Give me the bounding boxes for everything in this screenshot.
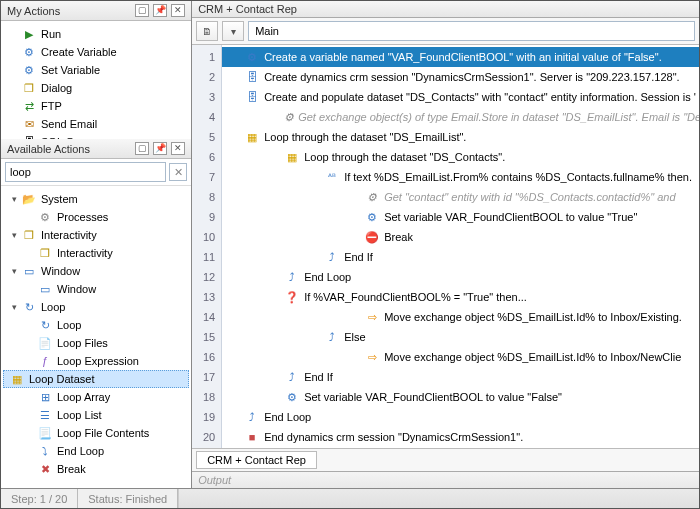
code-text: Loop through the dataset "DS_Contacts". (304, 147, 505, 167)
tree-item[interactable]: End Loop (3, 442, 189, 460)
line-number: 12 (192, 267, 221, 287)
code-text: Create dynamics crm session "DynamicsCrm… (264, 67, 679, 87)
dropdown-icon[interactable]: ▾ (222, 21, 244, 41)
bottom-tabs: CRM + Contact Rep (192, 448, 699, 471)
code-body[interactable]: Create a variable named "VAR_FoundClient… (222, 45, 699, 448)
my-action-item[interactable]: Create Variable (3, 43, 189, 61)
code-line[interactable]: Create and populate dataset "DS_Contacts… (222, 87, 699, 107)
my-action-item[interactable]: Set Variable (3, 61, 189, 79)
code-text: Set variable VAR_FoundClientBOOL to valu… (304, 387, 562, 407)
tree-group[interactable]: Window (3, 262, 189, 280)
code-line[interactable]: End Loop (222, 267, 699, 287)
my-action-item[interactable]: Dialog (3, 79, 189, 97)
ico-sys-icon (21, 191, 37, 207)
line-number: 14 (192, 307, 221, 327)
twisty-icon[interactable] (9, 266, 19, 276)
tree-group[interactable]: System (3, 190, 189, 208)
ico-proc-icon (37, 209, 53, 225)
ico-run-icon (21, 26, 37, 42)
tree-item[interactable]: Window (3, 280, 189, 298)
output-panel-header[interactable]: Output (192, 471, 699, 488)
code-line[interactable]: Create dynamics crm session "DynamicsCrm… (222, 67, 699, 87)
ico-window-icon (21, 263, 37, 279)
tree-group[interactable]: Interactivity (3, 226, 189, 244)
line-number: 15 (192, 327, 221, 347)
my-actions-header: My Actions ▢ 📌 ✕ (1, 1, 191, 21)
ico-db-icon (244, 89, 260, 105)
clear-search-icon[interactable]: ✕ (169, 163, 187, 181)
panel-dock-icon[interactable]: ▢ (135, 142, 149, 155)
code-line[interactable]: End If (222, 247, 699, 267)
ico-gear-icon (364, 189, 380, 205)
ico-inter-icon (21, 227, 37, 243)
code-line[interactable]: Create a variable named "VAR_FoundClient… (222, 47, 699, 67)
panel-close-icon[interactable]: ✕ (171, 142, 185, 155)
doc-icon[interactable]: 🗎 (196, 21, 218, 41)
search-row: ✕ (1, 159, 191, 186)
code-line[interactable]: Set variable VAR_FoundClientBOOL to valu… (222, 207, 699, 227)
line-number: 3 (192, 87, 221, 107)
tree-item[interactable]: Loop Expression (3, 352, 189, 370)
code-line[interactable]: Move exchange object %DS_EmailList.Id% t… (222, 307, 699, 327)
ico-end-icon (324, 329, 340, 345)
ico-end-icon (244, 409, 260, 425)
panel-dock-icon[interactable]: ▢ (135, 4, 149, 17)
ico-move-icon (364, 349, 380, 365)
code-line[interactable]: Get "contact" entity with id "%DS_Contac… (222, 187, 699, 207)
available-actions-body: SystemProcessesInteractivityInteractivit… (1, 186, 191, 488)
tree-item[interactable]: Break (3, 460, 189, 478)
code-line[interactable]: Break (222, 227, 699, 247)
code-line[interactable]: End dynamics crm session "DynamicsCrmSes… (222, 427, 699, 447)
tree-item[interactable]: Interactivity (3, 244, 189, 262)
code-text: End dynamics crm session "DynamicsCrmSes… (264, 427, 523, 447)
code-line[interactable]: End If (222, 367, 699, 387)
ico-break-icon (37, 461, 53, 477)
my-actions-body: RunCreate VariableSet VariableDialogFTPS… (1, 21, 191, 139)
tree-group[interactable]: Loop (3, 298, 189, 316)
line-number: 16 (192, 347, 221, 367)
code-text: End If (304, 367, 333, 387)
my-action-item[interactable]: Send Email (3, 115, 189, 133)
code-line[interactable]: Move exchange object %DS_EmailList.Id% t… (222, 347, 699, 367)
code-line[interactable]: If text %DS_EmailList.From% contains %DS… (222, 167, 699, 187)
code-line[interactable]: Loop through the dataset "DS_Contacts". (222, 147, 699, 167)
my-action-item[interactable]: Run (3, 25, 189, 43)
code-line[interactable]: End Loop (222, 407, 699, 427)
panel-pin-icon[interactable]: 📌 (153, 4, 167, 17)
available-actions-header: Available Actions ▢ 📌 ✕ (1, 139, 191, 159)
ico-abc-icon (324, 169, 340, 185)
tree-item[interactable]: Loop File Contents (3, 424, 189, 442)
tree-item[interactable]: Loop (3, 316, 189, 334)
code-line[interactable]: If %VAR_FoundClientBOOL% = "True" then..… (222, 287, 699, 307)
tree-item[interactable]: Loop Files (3, 334, 189, 352)
ico-loop-icon (21, 299, 37, 315)
twisty-icon[interactable] (9, 230, 19, 240)
line-number: 13 (192, 287, 221, 307)
tree-item[interactable]: Loop Dataset (3, 370, 189, 388)
twisty-icon[interactable] (9, 194, 19, 204)
panel-pin-icon[interactable]: 📌 (153, 142, 167, 155)
line-number: 10 (192, 227, 221, 247)
ico-dlg-icon (21, 80, 37, 96)
twisty-icon[interactable] (9, 302, 19, 312)
panel-close-icon[interactable]: ✕ (171, 4, 185, 17)
code-line[interactable]: Else (222, 327, 699, 347)
procedure-name-input[interactable] (248, 21, 695, 41)
my-action-item[interactable]: FTP (3, 97, 189, 115)
tree-item[interactable]: Loop List (3, 406, 189, 424)
code-line[interactable]: Get exchange object(s) of type Email.Sto… (222, 107, 699, 127)
ico-window-icon (37, 281, 53, 297)
code-text: Create a variable named "VAR_FoundClient… (264, 47, 662, 67)
status-step: Step: 1 / 20 (1, 489, 78, 508)
ico-loop-icon (37, 317, 53, 333)
line-number: 4 (192, 107, 221, 127)
code-line[interactable]: Set variable VAR_FoundClientBOOL to valu… (222, 387, 699, 407)
search-input[interactable] (5, 162, 166, 182)
code-line[interactable]: Loop through the dataset "DS_EmailList". (222, 127, 699, 147)
code-text: End If (344, 247, 373, 267)
tab-crm-contact-rep[interactable]: CRM + Contact Rep (196, 451, 317, 469)
line-number: 17 (192, 367, 221, 387)
ico-mail-icon (21, 116, 37, 132)
tree-item[interactable]: Loop Array (3, 388, 189, 406)
tree-item[interactable]: Processes (3, 208, 189, 226)
